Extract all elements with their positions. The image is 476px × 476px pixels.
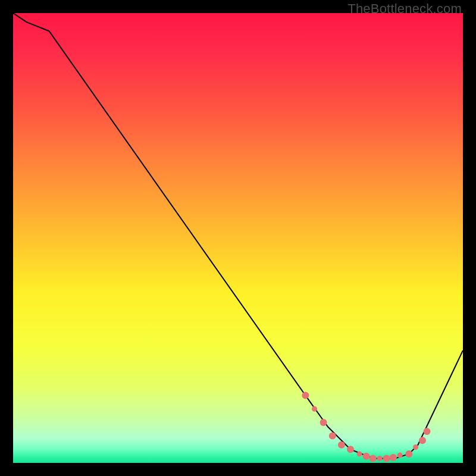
data-point (397, 453, 403, 458)
data-point (329, 433, 336, 440)
bottleneck-chart (13, 13, 463, 463)
data-point (338, 441, 345, 449)
data-point (424, 428, 431, 435)
data-point (390, 454, 397, 461)
data-point (383, 455, 390, 462)
data-point (357, 451, 362, 456)
data-point (419, 437, 426, 444)
data-point (369, 455, 377, 462)
chart-background (13, 13, 463, 463)
data-point (363, 453, 370, 460)
data-point (413, 444, 418, 450)
data-point (347, 446, 354, 453)
data-point (302, 392, 309, 399)
data-point (377, 456, 383, 461)
data-point (320, 419, 327, 426)
data-point (312, 406, 317, 412)
data-point (405, 450, 412, 458)
chart-frame (13, 13, 463, 463)
